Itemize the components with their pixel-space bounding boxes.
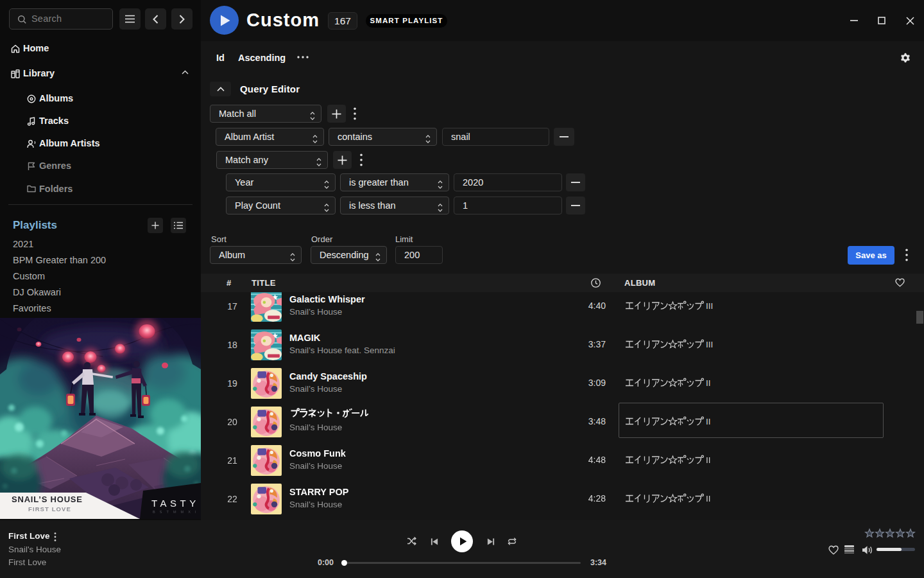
svg-text:TASTY: TASTY xyxy=(151,498,200,509)
svg-text:II: II xyxy=(706,378,711,388)
svg-text:SNAIL’S HOUSE: SNAIL’S HOUSE xyxy=(12,495,83,504)
svg-text:B S T M M X I: B S T M M X I xyxy=(153,510,198,514)
svg-text:II: II xyxy=(706,494,711,504)
svg-text:III: III xyxy=(706,340,713,349)
svg-text:III: III xyxy=(706,301,713,311)
svg-text:II: II xyxy=(706,455,711,465)
svg-text:FIRST LOVE: FIRST LOVE xyxy=(28,505,71,512)
